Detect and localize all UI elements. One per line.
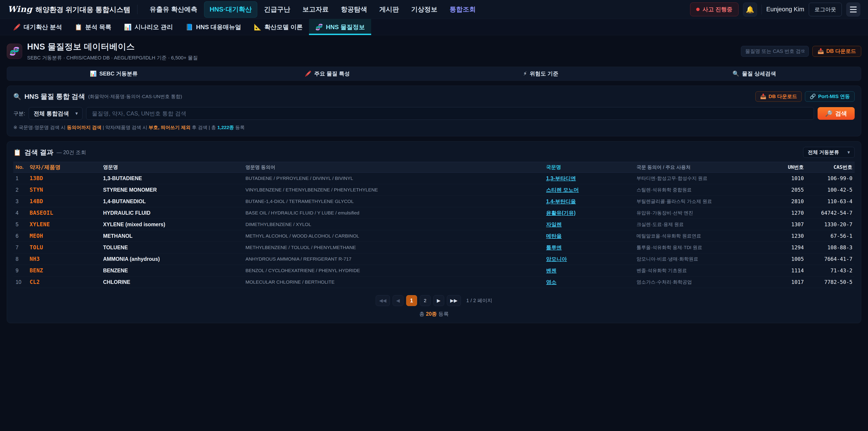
search-button[interactable]: 🔎 검색 — [817, 107, 855, 120]
page-number-button[interactable]: 2 — [420, 295, 431, 306]
sub-nav: 🖍️ 대기확산 분석 📋 분석 목록 📊 시나리오 관리 📘 HNS 대응매뉴얼… — [0, 19, 868, 35]
nav-item[interactable]: 통합조회 — [444, 1, 481, 18]
substance-korean-link[interactable]: 메탄올 — [546, 233, 562, 239]
column-header-un: UN번호 — [770, 164, 804, 171]
cell-engsyn: BENZOL / CYCLOHEXATRIENE / PHENYL HYDRID… — [246, 268, 546, 273]
cell-cas: 106-99-0 — [804, 175, 852, 181]
cell-eng: BENZENE — [103, 268, 246, 274]
substance-korean-link[interactable]: 염소 — [546, 279, 557, 285]
nav-item[interactable]: 보고자료 — [297, 1, 334, 18]
feature-tab-icon: 🖍️ — [305, 70, 311, 77]
cell-un: 1294 — [770, 245, 804, 250]
cell-cas: 110-63-4 — [804, 198, 852, 204]
cell-abbr: 14BD — [30, 198, 103, 205]
table-header-row: No. 약자/제품명 영문명 영문명 동의어 국문명 국문 동의어 / 주요 사… — [13, 162, 855, 173]
substance-korean-link[interactable]: 1,3-부타디엔 — [546, 175, 576, 181]
cell-korsyn: 메틸알코올·석유화학 원료연료 — [637, 233, 770, 239]
db-download-button[interactable]: 📥 DB 다운로드 — [812, 46, 861, 57]
prev-page-button[interactable]: ◀ — [393, 295, 403, 306]
cell-un: 1114 — [770, 268, 804, 274]
first-page-button[interactable]: ◀◀ — [376, 295, 390, 306]
nav-item[interactable]: 게시판 — [374, 1, 404, 18]
tip-highlight: 동의어까지 검색 — [67, 125, 101, 130]
behavior-class-filter-select[interactable]: 전체 거동분류 ▾ — [803, 147, 855, 158]
notifications-button[interactable]: 🔔 — [743, 2, 757, 17]
cell-no: 8 — [16, 256, 30, 262]
cell-no: 6 — [16, 233, 30, 239]
cell-korsyn: 크실렌·도료·용제 원료 — [637, 221, 770, 227]
page-number-button[interactable]: 1 — [406, 295, 417, 306]
download-icon: 📥 — [817, 48, 824, 54]
header-actions: 📥 DB 다운로드 — [741, 46, 861, 57]
substance-korean-link[interactable]: 윤활유(기유) — [546, 210, 576, 216]
db-download-label: DB 다운로드 — [826, 48, 856, 55]
page-number-group: 12 — [406, 295, 431, 306]
quick-search-input[interactable] — [741, 46, 809, 57]
logout-button[interactable]: 로그아웃 — [809, 3, 842, 16]
subnav-tab[interactable]: 📊 시나리오 관리 — [118, 19, 179, 35]
app-logo[interactable]: Wing 해양환경 위기대응 통합시스템 — [8, 4, 130, 14]
results-panel: 📋 검색 결과 — 20건 조회 전체 거동분류 ▾ No. 약자/제품명 영문… — [7, 141, 861, 323]
search-panel-header: 🔍 HNS 물질 통합 검색 (화물약어·제품명·동의어·CAS·UN번호 통합… — [13, 91, 855, 102]
cell-eng: STYRENE MONOMER — [103, 187, 246, 193]
cell-engsyn: BUTANE-1,4-DIOL / TETRAMETHYLENE GLYCOL — [246, 199, 546, 204]
subnav-tab[interactable]: 📘 HNS 대응매뉴얼 — [179, 19, 248, 35]
results-count: — 20건 조회 — [57, 149, 86, 156]
last-page-button[interactable]: ▶▶ — [447, 295, 461, 306]
feature-tab-strip: 📊 SEBC 거동분류 🖍️ 주요 물질 특성 ⚡ 위험도 기준 🔍 물질 상세… — [7, 67, 861, 81]
feature-tab[interactable]: ⚡ 위험도 기준 — [434, 67, 648, 81]
db-download-button-small[interactable]: 📥 DB 다운로드 — [755, 91, 802, 102]
subnav-tab-label: 시나리오 관리 — [134, 23, 173, 31]
portmis-link-button[interactable]: 🔗 Port-MIS 연동 — [805, 91, 855, 102]
cell-no: 2 — [16, 187, 30, 193]
subnav-tab[interactable]: 🧬 HNS 물질정보 — [309, 19, 371, 35]
feature-tab[interactable]: 🖍️ 주요 물질 특성 — [221, 67, 434, 81]
search-panel-actions: 📥 DB 다운로드 🔗 Port-MIS 연동 — [755, 91, 855, 102]
menu-icon — [850, 11, 857, 12]
substance-korean-link[interactable]: 자일렌 — [546, 221, 562, 227]
tip-highlight: 부호, 띄어쓰기 제외 — [149, 125, 191, 130]
substance-korean-link[interactable]: 벤젠 — [546, 268, 557, 274]
nav-item[interactable]: 유출유 확산예측 — [144, 1, 203, 18]
nav-item[interactable]: 항공탐색 — [336, 1, 373, 18]
subnav-tab[interactable]: 📐 확산모델 이론 — [248, 19, 309, 35]
subnav-tab[interactable]: 📋 분석 목록 — [68, 19, 118, 35]
cell-abbr: MEOH — [30, 233, 103, 239]
cell-eng: METHANOL — [103, 233, 246, 239]
incident-dot-icon — [696, 8, 700, 11]
nav-item[interactable]: HNS·대기확산 — [204, 1, 257, 18]
download-icon: 📥 — [760, 94, 766, 99]
next-page-button[interactable]: ▶ — [433, 295, 444, 306]
cell-cas: 1330-20-7 — [804, 221, 852, 227]
subnav-tab[interactable]: 🖍️ 대기확산 분석 — [7, 19, 68, 35]
substance-korean-link[interactable]: 톨루엔 — [546, 245, 562, 250]
cell-korsyn: 부틸렌글리콜·플라스틱 가소제 원료 — [637, 198, 770, 205]
page-header: 🧬 HNS 물질정보 데이터베이스 SEBC 거동분류 · CHRIS/CAME… — [0, 35, 868, 65]
hamburger-menu-button[interactable] — [846, 2, 860, 17]
cell-eng: 1,3-BUTADIENE — [103, 175, 246, 182]
page-title-block: HNS 물질정보 데이터베이스 SEBC 거동분류 · CHRIS/CAMEO … — [27, 41, 198, 61]
cell-abbr: STYN — [30, 187, 103, 193]
feature-tab[interactable]: 📊 SEBC 거동분류 — [7, 67, 221, 81]
substance-korean-link[interactable]: 암모니아 — [546, 256, 567, 262]
column-header-abbr: 약자/제품명 — [30, 164, 103, 171]
substance-korean-link[interactable]: 1,4-부탄디올 — [546, 198, 576, 204]
cell-korsyn: 부타디엔·합성고무·합성수지 원료 — [637, 175, 770, 182]
feature-tab-label: SEBC 거동분류 — [99, 70, 138, 77]
nav-item[interactable]: 기상정보 — [406, 1, 443, 18]
subnav-tab-label: 확산모델 이론 — [265, 23, 303, 31]
feature-tab-label: 물질 상세검색 — [742, 70, 776, 77]
substance-korean-link[interactable]: 스티렌 모노머 — [546, 187, 579, 193]
incident-status-badge[interactable]: 사고 진행중 — [690, 2, 739, 16]
app-title: 해양환경 위기대응 통합시스템 — [35, 5, 130, 14]
unified-search-input[interactable] — [86, 107, 814, 120]
feature-tab[interactable]: 🔍 물질 상세검색 — [648, 67, 861, 81]
column-header-kor: 국문명 — [546, 164, 637, 171]
menu-icon — [850, 6, 857, 7]
search-category-select[interactable]: 전체 통합검색 ▾ — [29, 107, 83, 120]
cell-cas: 100-42-5 — [804, 187, 852, 193]
table-row: 8 NH3 AMMONIA (anhydrous) ANHYDROUS AMMO… — [13, 253, 855, 265]
nav-item[interactable]: 긴급구난 — [258, 1, 296, 18]
feature-tab-icon: 📊 — [90, 70, 97, 77]
cell-korsyn: 톨루올·석유화학 용제·TDI 원료 — [637, 244, 770, 251]
